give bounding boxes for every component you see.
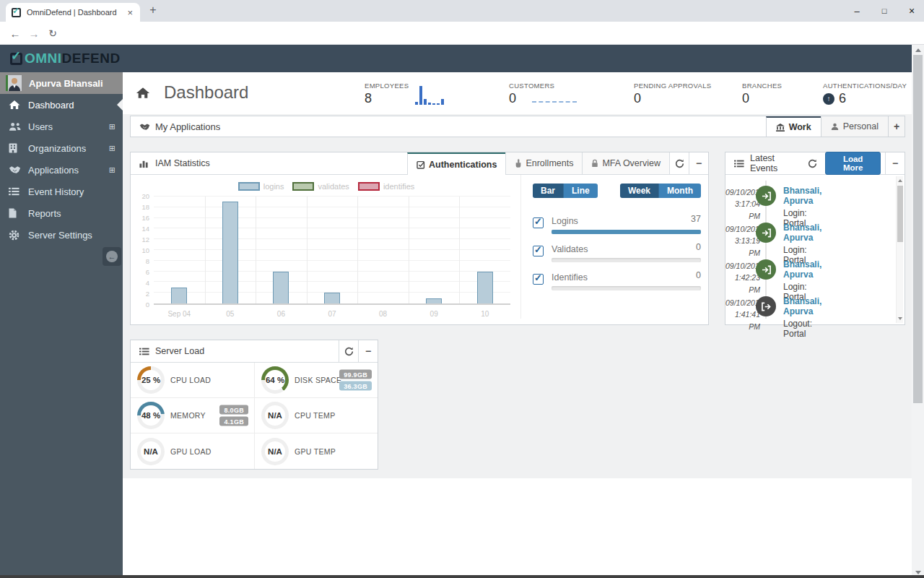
tab-mfa-overview[interactable]: MFA Overview [582,152,669,174]
legend-item-validates[interactable]: validates [292,182,349,191]
expand-icon[interactable]: ⊞ [109,165,116,175]
load-more-button[interactable]: Load More [825,152,881,175]
list-icon [9,186,21,197]
forward-icon[interactable]: → [26,25,42,41]
tab-authentications[interactable]: Authentications [407,152,505,175]
stat-label: CUSTOMERS [509,82,554,90]
gauge-label: CPU TEMP [295,411,335,420]
sidebar-item-reports[interactable]: Reports [0,202,123,224]
tab-enrollments[interactable]: Enrollments [505,152,582,174]
gpu-temp-gauge: N/A [261,438,289,465]
collapse-panel-button[interactable]: − [358,340,378,362]
legend-item-logins[interactable]: logins [238,182,284,191]
stat-label: AUTHENTICATIONS/DAY [823,82,907,90]
logout-icon [756,296,776,316]
sidebar-item-organizations[interactable]: Organizations ⊞ [0,137,123,159]
sidebar-item-label: Users [28,121,53,132]
scroll-up-icon[interactable] [915,48,921,52]
identifies-checkbox[interactable] [533,274,544,285]
event-action: Logout: Portal [783,319,821,339]
back-icon[interactable]: ← [7,25,23,41]
my-applications-title-text: My Applications [155,121,220,132]
sidebar-item-server-settings[interactable]: Server Settings [0,224,123,246]
browser-tab[interactable]: OmniDefend | Dashboard × [6,3,140,22]
file-icon [9,207,21,219]
stat-authentications-day: AUTHENTICATIONS/DAY 6 [823,82,907,106]
tab-personal[interactable]: Personal [821,116,888,137]
person-icon [831,123,839,131]
stat-employees: EMPLOYEES 8 [365,82,409,106]
chart-controls: Bar Line Week Month Logins 37 [520,175,702,319]
window-minimize-button[interactable]: – [843,0,871,22]
validates-progress-bar [552,258,701,262]
add-application-tab-button[interactable]: + [888,116,905,137]
legend-label: identifies [383,182,414,191]
window-close-button[interactable]: × [898,0,924,22]
week-toggle-option[interactable]: Week [620,184,658,198]
expand-icon[interactable]: ⊞ [109,122,116,131]
range-toggle: Week Month [620,184,701,198]
scrollbar-thumb[interactable] [897,186,903,242]
scroll-up-icon[interactable] [898,179,902,182]
iam-statistics-title: IAM Statistics [131,152,210,174]
user-panel[interactable]: Apurva Bhansali [0,72,123,94]
sidebar-item-users[interactable]: Users ⊞ [0,116,123,137]
sidebar-item-event-history[interactable]: Event History [0,181,123,202]
chart-type-toggle: Bar Line [533,184,598,198]
new-tab-button[interactable]: + [146,4,160,17]
sidebar-item-dashboard[interactable]: Dashboard [0,94,123,116]
legend-label: logins [263,182,284,191]
app-navbar: OMNI DEFEND [0,45,924,72]
event-user-link[interactable]: Bhansali, Apurva [783,186,821,206]
sidebar-item-applications[interactable]: Applications ⊞ [0,159,123,181]
refresh-icon[interactable] [339,340,358,362]
line-toggle-option[interactable]: Line [563,184,598,198]
refresh-icon[interactable] [804,159,821,168]
sidebar-collapse-button[interactable]: ← [103,247,121,266]
cpu-load-gauge: 25 % [137,366,165,394]
collapse-panel-button[interactable]: − [885,152,905,174]
expand-icon[interactable]: ⊞ [109,144,116,153]
legend-swatch [238,182,260,191]
up-arrow-circle-icon [823,93,834,105]
event-user-link[interactable]: Bhansali, Apurva [783,223,821,243]
logins-checkbox[interactable] [533,217,544,228]
metric-validates: Validates 0 [533,242,701,262]
iam-statistics-title-text: IAM Statistics [155,158,210,168]
omnidefend-logo[interactable]: OMNI DEFEND [10,51,121,66]
metric-label: Logins [552,216,578,226]
page-header: Dashboard EMPLOYEES 8 CUSTOMERS 0 PENDIN… [123,72,912,114]
scroll-down-icon[interactable] [915,571,921,574]
page-title-text: Dashboard [164,82,248,103]
month-toggle-option[interactable]: Month [658,184,701,198]
collapse-panel-button[interactable]: − [689,152,708,174]
favicon-icon [12,8,21,17]
avatar [6,75,22,91]
events-scrollbar[interactable] [896,176,903,323]
logins-progress-bar [552,230,701,234]
scrollbar-thumb[interactable] [913,55,923,403]
event-user-link[interactable]: Bhansali, Apurva [783,296,821,316]
stat-value: 0 [509,91,554,106]
gauge-cpu-load: 25 % CPU LOAD [131,363,254,398]
window-maximize-button[interactable]: □ [871,0,898,22]
bar-toggle-option[interactable]: Bar [533,184,563,198]
refresh-icon[interactable] [669,152,689,174]
handshake-icon [139,121,150,132]
server-load-title-text: Server Load [155,346,204,356]
scroll-down-icon[interactable] [898,317,902,320]
stat-label: EMPLOYEES [365,82,409,90]
page-scrollbar[interactable] [912,45,924,578]
tab-close-icon[interactable]: × [126,7,134,18]
reload-icon[interactable]: ↻ [45,25,61,41]
chart-legend: logins validates identifies [136,182,516,191]
main-content: Dashboard EMPLOYEES 8 CUSTOMERS 0 PENDIN… [123,72,912,578]
event-user-link[interactable]: Bhansali, Apurva [783,259,821,280]
validates-checkbox[interactable] [533,246,544,256]
tab-work[interactable]: Work [766,116,821,137]
my-applications-title: My Applications [131,116,220,137]
disk-total-badge: 99.9GB [339,370,372,379]
metric-value: 0 [696,242,701,252]
legend-item-identifies[interactable]: identifies [358,182,414,191]
event-datetime: 09/10/20191:42:23 PM [725,260,760,296]
